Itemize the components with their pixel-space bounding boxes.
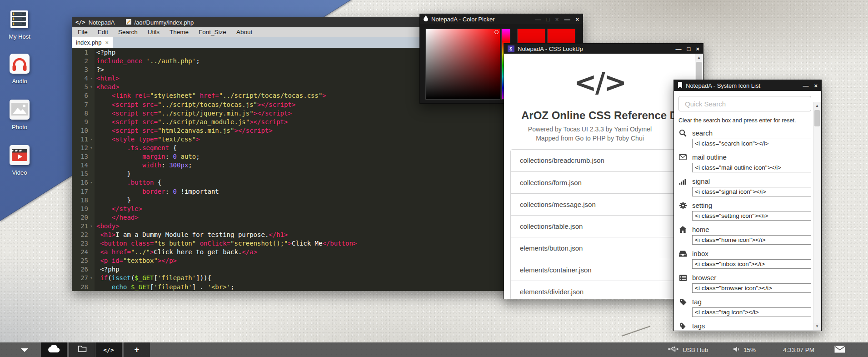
icon-code-field[interactable] xyxy=(692,163,811,172)
code-text: <body> xyxy=(95,222,120,231)
iconlist-scrollbar[interactable]: ▲ ▼ xyxy=(813,102,821,330)
code-line[interactable]: 27▾ if(isset($_GET['filepath'])){ xyxy=(72,274,516,282)
icon-code-field[interactable] xyxy=(692,187,811,196)
scroll-down-icon[interactable]: ▼ xyxy=(813,323,821,330)
code-line[interactable]: 15 } xyxy=(72,170,516,178)
iconlist-titlebar[interactable]: NotepadA - System Icon List — × xyxy=(674,80,821,91)
taskbar-tile-files[interactable] xyxy=(69,342,95,357)
maximize-icon[interactable]: □ xyxy=(687,46,691,52)
menu-item-edit[interactable]: Edit xyxy=(93,27,113,37)
menu-item-about[interactable]: About xyxy=(231,27,257,37)
lookup-titlebar[interactable]: 3 NotepadA - CSS LookUp — □ × xyxy=(504,44,703,54)
line-number: 23 xyxy=(72,239,88,248)
menu-item-file[interactable]: File xyxy=(73,27,93,37)
menu-item-font_size[interactable]: Font_Size xyxy=(194,27,231,37)
scroll-up-icon[interactable]: ▲ xyxy=(695,54,703,61)
volume-status[interactable]: 15% xyxy=(733,342,756,357)
lookup-list-item[interactable]: elements/button.json xyxy=(511,237,692,259)
desktop-icon-audio[interactable]: Audio xyxy=(0,53,39,85)
code-line[interactable]: 17 border: 0 !important xyxy=(72,187,516,196)
code-line[interactable]: 13 margin: 0 auto; xyxy=(72,152,516,161)
taskbar-tile-add[interactable]: + xyxy=(124,342,150,357)
tab-index-php[interactable]: index.php × xyxy=(72,37,113,48)
code-line[interactable]: 26 <?php xyxy=(72,265,516,274)
fold-arrow-icon[interactable]: ▾ xyxy=(88,135,95,144)
lookup-list-item[interactable]: collections/table.json xyxy=(511,215,692,237)
fold-arrow-icon[interactable]: ▾ xyxy=(88,83,95,91)
quick-search-input[interactable] xyxy=(678,96,811,111)
code-text: <h1>I am a Dummy Module for testing purp… xyxy=(95,231,288,239)
code-line[interactable]: 18 } xyxy=(72,196,516,205)
close-icon[interactable]: × xyxy=(555,16,559,22)
close-icon[interactable]: × xyxy=(696,46,699,52)
desktop-icon-photo[interactable]: Photo xyxy=(0,99,39,131)
tag-icon xyxy=(678,298,687,306)
minimize-icon[interactable]: — xyxy=(676,46,682,52)
menu-item-utils[interactable]: Utils xyxy=(143,27,165,37)
fold-arrow-icon[interactable]: ▾ xyxy=(88,74,95,83)
minimize-icon[interactable]: — xyxy=(803,83,808,89)
code-line[interactable]: 10 <script src="html2canvas.min.js"></sc… xyxy=(72,126,516,135)
taskbar-tile-code[interactable]: </> xyxy=(95,342,122,357)
line-number: 17 xyxy=(72,187,88,196)
code-line[interactable]: 19 </style> xyxy=(72,205,516,213)
saturation-value-square[interactable] xyxy=(425,29,500,100)
icon-code-field[interactable] xyxy=(692,259,811,269)
line-number: 10 xyxy=(72,126,88,135)
code-line[interactable]: 25 <p id="textbox"></p> xyxy=(72,256,516,265)
code-line[interactable]: 11▾ <style type="text/css"> xyxy=(72,135,516,144)
picker-titlebar[interactable]: NotepadA - Color Picker — □ × — × xyxy=(420,14,583,24)
line-number: 12 xyxy=(72,144,88,152)
code-line[interactable]: 28 echo $_GET['filepath'] . '<br>'; xyxy=(72,283,516,291)
chevron-down-icon[interactable] xyxy=(21,348,28,352)
fold-arrow-icon[interactable]: ▾ xyxy=(88,144,95,152)
icon-code-field[interactable] xyxy=(692,283,811,293)
code-line[interactable]: 8 <script src="../script/jquery.min.js">… xyxy=(72,109,516,118)
taskbar-tile-cloud[interactable] xyxy=(41,342,67,357)
lookup-list-item[interactable]: collections/breadcrumb.json xyxy=(511,150,692,171)
signal-icon xyxy=(678,177,687,185)
close-icon[interactable]: × xyxy=(814,83,818,89)
code-line[interactable]: 14 width: 300px; xyxy=(72,161,516,170)
code-line[interactable]: 23 <button class="ts button" onClick="sc… xyxy=(72,239,516,248)
scrollbar-thumb[interactable] xyxy=(814,110,820,126)
code-line[interactable]: 24 <a href="../">Click here to get back.… xyxy=(72,248,516,256)
fold-arrow-icon[interactable]: ▾ xyxy=(88,178,95,187)
maximize-icon[interactable]: □ xyxy=(546,16,550,22)
lookup-list-item[interactable]: elements/container.json xyxy=(511,259,692,281)
code-line[interactable]: 22 <h1>I am a Dummy Module for testing p… xyxy=(72,231,516,239)
code-line[interactable]: 9 <script src="../script/ao_module.js"><… xyxy=(72,118,516,126)
messages-tray[interactable] xyxy=(834,342,845,357)
desktop-icon-video[interactable]: Video xyxy=(0,144,39,176)
color-cursor[interactable] xyxy=(494,30,499,34)
scroll-up-icon[interactable]: ▲ xyxy=(813,102,821,110)
fold-arrow-icon[interactable]: ▾ xyxy=(88,222,95,231)
fold-arrow-icon[interactable]: ▾ xyxy=(88,274,95,282)
clock[interactable]: 4:33:07 PM xyxy=(783,342,814,357)
icon-code-field[interactable] xyxy=(692,307,811,317)
lookup-list-item[interactable]: collections/message.json xyxy=(511,193,692,215)
taskbar: </> + USB Hub xyxy=(0,342,868,357)
icon-code-field[interactable] xyxy=(692,139,811,148)
code-line[interactable]: 21▾<body> xyxy=(72,222,516,231)
icon-entry-label: setting xyxy=(692,201,712,209)
code-line[interactable]: 12▾ .ts.segment { xyxy=(72,144,516,152)
lookup-list-item[interactable]: collections/form.json xyxy=(511,171,692,193)
lookup-list-item[interactable]: elements/divider.json xyxy=(511,281,692,299)
open-file-entry[interactable]: /aor/Dummy/index.php xyxy=(125,19,194,26)
droplet-icon xyxy=(424,15,428,23)
minimize-icon[interactable]: — xyxy=(564,16,570,22)
minimize-icon[interactable]: — xyxy=(535,16,541,22)
close-icon[interactable]: × xyxy=(575,16,579,22)
icon-code-field[interactable] xyxy=(692,211,811,221)
code-line[interactable]: 20 </head> xyxy=(72,213,516,222)
desktop-icon-my-host[interactable]: My Host xyxy=(0,8,39,40)
menu-item-search[interactable]: Search xyxy=(113,27,143,37)
tab-close-icon[interactable]: × xyxy=(105,37,109,48)
tags-icon xyxy=(678,322,687,330)
menu-item-theme[interactable]: Theme xyxy=(165,27,194,37)
code-line[interactable]: 16▾ .button { xyxy=(72,178,516,187)
line-number: 11 xyxy=(72,135,88,144)
icon-code-field[interactable] xyxy=(692,235,811,245)
usb-status[interactable]: USB Hub xyxy=(668,342,708,357)
